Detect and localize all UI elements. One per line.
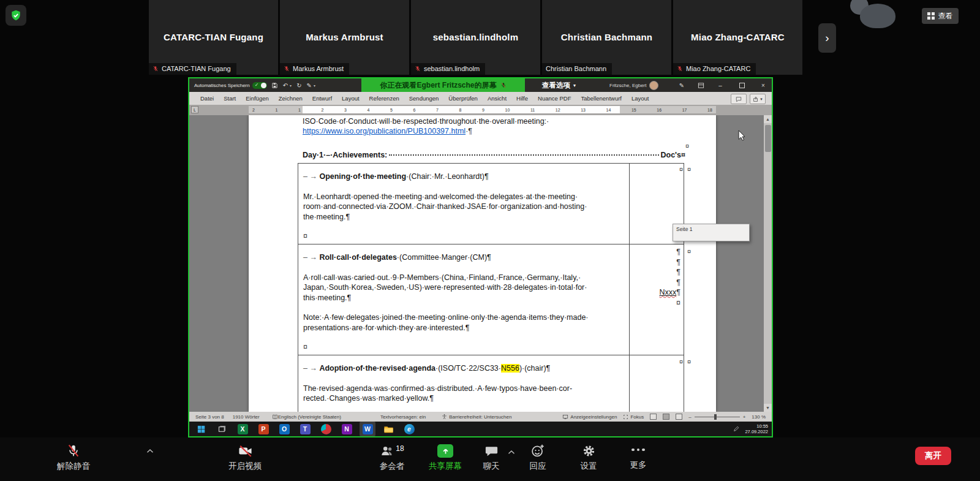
settings-label: 设置 — [581, 461, 597, 472]
chevron-down-icon: ▾ — [573, 83, 576, 88]
page-indicator[interactable]: Seite 3 von 8 — [195, 414, 224, 420]
close-button[interactable]: × — [756, 78, 770, 92]
cell-end-mark: ¤ — [687, 164, 691, 175]
zoom-slider[interactable]: – + — [688, 414, 745, 420]
scrollbar-thumb[interactable] — [765, 125, 771, 152]
pie-app-icon[interactable] — [320, 423, 331, 434]
hyperlink[interactable]: https://www.iso.org/publication/PUB10039… — [303, 127, 466, 135]
vertical-scrollbar[interactable]: ▲ ▼ — [764, 115, 772, 412]
ruler-number: 6 — [413, 108, 416, 112]
ribbon-tab[interactable]: Datei — [195, 95, 219, 102]
document-page: ISO·Code·of·Conduct·will·be·respected·th… — [249, 115, 716, 412]
view-layout-button[interactable]: 查看 — [922, 8, 959, 24]
start-button[interactable] — [195, 423, 206, 434]
mic-muted-icon — [284, 65, 290, 72]
powerpoint-icon[interactable]: P — [258, 423, 269, 434]
shield-check-icon — [10, 9, 22, 21]
ribbon-tab[interactable]: Überprüfen — [443, 95, 483, 102]
ribbon-tab[interactable]: Referenzen — [364, 95, 404, 102]
participant-tile[interactable]: CATARC-TIAN Fugang CATARC-TIAN Fugang — [149, 0, 278, 75]
ribbon-tab[interactable]: Nuance PDF — [533, 95, 576, 102]
outlook-icon[interactable]: O — [279, 423, 290, 434]
tab-selector[interactable]: L — [191, 106, 198, 113]
ribbon-tab[interactable]: Start — [219, 95, 241, 102]
zoom-slider-knob[interactable] — [714, 414, 717, 420]
more-button[interactable]: 更多 — [606, 443, 670, 471]
ribbon-tab[interactable]: Layout — [337, 95, 364, 102]
scroll-up-button[interactable]: ▲ — [764, 115, 772, 123]
participant-tile[interactable]: sebastian.lindholm sebastian.lindholm — [411, 0, 540, 75]
ribbon-options-icon[interactable] — [694, 78, 707, 92]
cell-end-mark: ¤ — [687, 246, 691, 257]
ribbon-tab[interactable]: Zeichnen — [274, 95, 307, 102]
ribbon-tab[interactable]: Layout — [627, 95, 654, 102]
minimize-button[interactable]: – — [714, 78, 727, 92]
table-row: – → Opening·of·the·meeting·(Chair:·Mr.·L… — [298, 164, 684, 244]
mic-muted-icon — [415, 65, 421, 72]
share-document-button[interactable]: ▾ — [750, 94, 766, 104]
mic-muted-icon — [67, 443, 80, 458]
autosave-toggle[interactable]: Automatisches Speichern ✓ — [194, 82, 267, 89]
excel-icon[interactable]: X — [237, 423, 248, 434]
undo-icon[interactable]: ↶ — [283, 82, 288, 89]
ribbon-tab[interactable]: Einfügen — [241, 95, 274, 102]
ruler-number: 15 — [631, 108, 636, 112]
ribbon-tab[interactable]: Ansicht — [483, 95, 511, 102]
proofing-book-icon[interactable] — [272, 414, 278, 420]
read-mode-button[interactable] — [650, 414, 657, 420]
file-explorer-icon[interactable] — [383, 423, 394, 434]
ribbon-tab[interactable]: Tabellenentwurf — [576, 95, 627, 102]
clock-date: 27.09.2022 — [745, 429, 768, 434]
taskbar-clock[interactable]: 10:55 27.09.2022 — [745, 423, 768, 434]
unmute-button[interactable]: 解除静音 — [42, 443, 105, 472]
qat-more-dropdown-icon[interactable]: ▾ — [314, 83, 315, 88]
language-indicator[interactable]: Englisch (Vereinigte Staaten) — [278, 414, 341, 420]
scroll-down-button[interactable]: ▼ — [764, 404, 772, 412]
audio-options-caret[interactable] — [146, 449, 154, 453]
ruler-number: 4 — [368, 108, 370, 112]
display-settings-button[interactable]: Anzeigeeinstellungen — [562, 414, 617, 420]
participant-tile[interactable]: Miao Zhang-CATARC Miao Zhang-CATARC — [673, 0, 802, 75]
view-options-dropdown[interactable]: 查看选项 ▾ — [542, 78, 576, 92]
task-view-button[interactable] — [216, 423, 227, 434]
web-layout-button[interactable] — [676, 414, 682, 420]
text-predictions-indicator[interactable]: Textvorhersagen: ein — [380, 414, 426, 420]
zoom-percentage[interactable]: 130 % — [752, 414, 766, 420]
print-layout-button[interactable] — [663, 414, 669, 420]
focus-mode-button[interactable]: Fokus — [623, 414, 644, 420]
word-count[interactable]: 1910 Wörter — [233, 414, 260, 420]
reactions-label: 回应 — [530, 461, 546, 472]
teams-icon[interactable]: T — [300, 423, 311, 434]
camera-muted-icon — [238, 443, 253, 458]
ink-toolbar-icon[interactable]: ✎ — [675, 78, 688, 92]
zoom-in-icon[interactable]: + — [743, 414, 746, 420]
start-video-button[interactable]: 开启视频 — [213, 443, 277, 472]
doc-paragraph: https://www.iso.org/publication/PUB10039… — [303, 126, 472, 137]
account-info[interactable]: Fritzsche, Egbert — [609, 78, 658, 92]
leave-meeting-button[interactable]: 离开 — [915, 447, 951, 465]
participant-label-text: CATARC-TIAN Fugang — [162, 65, 231, 72]
horizontal-ruler[interactable]: 21123456789101112131415161718 — [249, 106, 716, 113]
ribbon-tab[interactable]: Entwurf — [307, 95, 337, 102]
comments-button[interactable] — [731, 94, 747, 104]
participants-icon — [380, 444, 394, 458]
redo-icon[interactable]: ↻ — [296, 82, 301, 89]
participant-tile[interactable]: Markus Armbrust Markus Armbrust — [280, 0, 409, 75]
security-shield-badge[interactable] — [6, 5, 26, 26]
pilcrow-mark: ¶ — [631, 278, 680, 288]
save-icon[interactable] — [271, 82, 278, 89]
next-participants-button[interactable]: › — [818, 23, 836, 53]
cell-end-mark: ¤ — [303, 342, 623, 352]
onenote-icon[interactable]: N — [341, 423, 352, 434]
edge-icon[interactable]: e — [404, 423, 415, 434]
participant-tile[interactable]: Christian Bachmann Christian Bachmann — [542, 0, 671, 75]
ribbon-tab[interactable]: Sendungen — [404, 95, 444, 102]
restore-button[interactable] — [735, 78, 748, 92]
accessibility-indicator[interactable]: Barrierefreiheit: Untersuchen — [442, 414, 511, 420]
word-icon-active[interactable]: W — [360, 422, 375, 436]
zoom-out-icon[interactable]: – — [688, 414, 691, 420]
ribbon-tab[interactable]: Hilfe — [511, 95, 533, 102]
undo-dropdown-icon[interactable]: ▾ — [290, 83, 292, 88]
ink-pen-icon[interactable]: ✎ — [307, 82, 312, 89]
pen-tray-icon[interactable] — [733, 426, 739, 432]
